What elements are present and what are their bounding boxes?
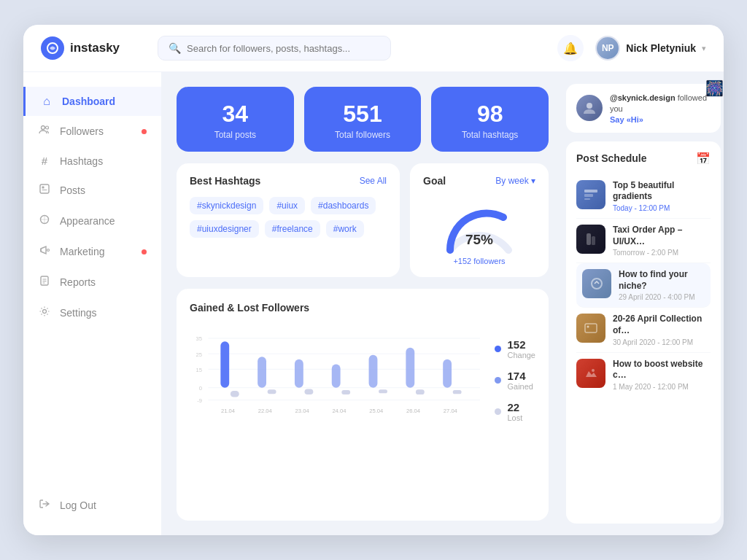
schedule-title: Post Schedule bbox=[576, 152, 646, 164]
svg-rect-27 bbox=[305, 389, 314, 395]
sidebar-item-posts[interactable]: Posts bbox=[23, 175, 161, 206]
svg-rect-44 bbox=[584, 198, 590, 200]
chip-uiuxdesigner[interactable]: #uiuxdesigner bbox=[190, 220, 259, 238]
chevron-down-icon: ▾ bbox=[702, 44, 706, 53]
svg-point-41 bbox=[587, 103, 592, 109]
svg-rect-30 bbox=[341, 390, 350, 394]
schedule-time-4: 30 April 2020 - 12:00 PM bbox=[613, 338, 711, 346]
svg-text:0: 0 bbox=[199, 385, 202, 392]
gauge-center: 75% bbox=[465, 232, 493, 248]
header: instasky 🔍 🔔 NP Nick Pletyniuk ▾ bbox=[23, 25, 724, 72]
svg-text:27.04: 27.04 bbox=[444, 408, 458, 414]
gauge-wrapper: 75% bbox=[439, 195, 519, 254]
search-input[interactable] bbox=[187, 43, 380, 54]
sidebar-item-reports[interactable]: Reports bbox=[23, 267, 161, 298]
sidebar-item-hashtags[interactable]: # Hashtags bbox=[23, 147, 161, 175]
schedule-item-3[interactable]: How to find your niche? 29 April 2020 - … bbox=[576, 263, 711, 308]
chart-svg: 35 25 15 0 -9 21.04 22.04 bbox=[190, 324, 486, 433]
sidebar-label-hashtags: Hashtags bbox=[60, 155, 103, 167]
chip-freelance[interactable]: #freelance bbox=[265, 220, 320, 238]
svg-point-7 bbox=[47, 249, 50, 252]
schedule-thumb-2 bbox=[576, 225, 605, 254]
schedule-info-1: Top 5 beautiful gradients Today - 12:00 … bbox=[613, 180, 711, 212]
schedule-info-4: 20-26 April Collection of… 30 April 2020… bbox=[613, 314, 711, 346]
sidebar-label-followers: Followers bbox=[60, 125, 104, 137]
calendar-icon[interactable]: 📅 bbox=[696, 152, 711, 166]
hashtag-row-2: #uiuxdesigner #freelance #work bbox=[190, 220, 387, 238]
total-posts-value: 34 bbox=[191, 101, 279, 127]
sidebar-item-dashboard[interactable]: ⌂ Dashboard bbox=[23, 87, 161, 116]
legend-lost-info: 22 Lost bbox=[507, 401, 522, 422]
chip-work[interactable]: #work bbox=[326, 220, 364, 238]
gauge-sub: +152 followers bbox=[453, 257, 505, 265]
bell-icon: 🔔 bbox=[563, 42, 578, 55]
notif-cta[interactable]: Say «Hi» bbox=[610, 115, 711, 124]
see-all-button[interactable]: See All bbox=[360, 176, 387, 186]
legend-change: 152 Change bbox=[495, 338, 535, 359]
sidebar-item-logout[interactable]: Log Out bbox=[23, 490, 161, 521]
schedule-item-5[interactable]: How to boost website c… 1 May 2020 - 12:… bbox=[576, 353, 711, 397]
schedule-list: Top 5 beautiful gradients Today - 12:00 … bbox=[576, 174, 711, 397]
legend-lost-label: Lost bbox=[507, 413, 522, 422]
right-panel: @skynick.design followed you Say «Hi» 🎆 … bbox=[563, 72, 724, 535]
logo-icon bbox=[41, 36, 64, 60]
hashtags-header: Best Hashtags See All bbox=[190, 175, 387, 187]
sidebar-item-appearance[interactable]: Appearance bbox=[23, 206, 161, 236]
svg-rect-35 bbox=[406, 348, 414, 388]
svg-text:23.04: 23.04 bbox=[295, 408, 310, 414]
goal-header: Goal By week ▾ bbox=[423, 175, 535, 187]
svg-rect-5 bbox=[42, 190, 47, 190]
svg-text:26.04: 26.04 bbox=[406, 408, 421, 414]
legend-change-label: Change bbox=[507, 351, 535, 359]
legend-gained-label: Gained bbox=[507, 382, 533, 391]
chip-skynickdesign[interactable]: #skynickdesign bbox=[190, 197, 263, 214]
hashtags-icon: # bbox=[38, 155, 51, 167]
schedule-item-2[interactable]: Taxi Order App – UI/UX… Tomorrow - 2:00 … bbox=[576, 219, 711, 263]
schedule-item-1[interactable]: Top 5 beautiful gradients Today - 12:00 … bbox=[576, 174, 711, 219]
schedule-name-2: Taxi Order App – UI/UX… bbox=[613, 225, 711, 247]
sidebar-label-settings: Settings bbox=[60, 307, 97, 319]
total-followers-label: Total followers bbox=[319, 130, 407, 140]
svg-text:25: 25 bbox=[196, 351, 201, 358]
chart-title: Gained & Lost Followers bbox=[190, 302, 535, 314]
firework-icon: 🎆 bbox=[705, 79, 724, 97]
search-bar[interactable]: 🔍 bbox=[158, 36, 391, 61]
legend-lost-dot bbox=[495, 408, 501, 415]
svg-rect-20 bbox=[220, 341, 229, 388]
total-followers-value: 551 bbox=[319, 101, 407, 127]
legend-gained-dot bbox=[495, 377, 501, 384]
svg-point-47 bbox=[592, 279, 602, 289]
legend-lost-value: 22 bbox=[507, 401, 522, 413]
stat-card-followers: 551 Total followers bbox=[304, 87, 422, 152]
chart-bars: 35 25 15 0 -9 21.04 22.04 bbox=[190, 324, 486, 436]
schedule-thumb-1 bbox=[576, 180, 605, 209]
by-week-button[interactable]: By week ▾ bbox=[495, 176, 535, 186]
notification-button[interactable]: 🔔 bbox=[557, 35, 584, 61]
stats-row: 34 Total posts 551 Total followers 98 To… bbox=[177, 87, 549, 152]
sidebar-bottom: Log Out bbox=[23, 490, 161, 521]
chip-dashboards[interactable]: #dashboards bbox=[311, 197, 376, 214]
svg-rect-24 bbox=[268, 389, 276, 394]
sidebar-label-reports: Reports bbox=[60, 276, 96, 288]
avatar: NP bbox=[595, 36, 620, 61]
schedule-info-5: How to boost website c… 1 May 2020 - 12:… bbox=[613, 359, 711, 391]
marketing-icon bbox=[38, 244, 51, 259]
svg-rect-21 bbox=[231, 391, 239, 397]
legend-change-value: 152 bbox=[507, 338, 535, 351]
chart-legend: 152 Change 174 Gained bbox=[495, 324, 535, 436]
schedule-info-3: How to find your niche? 29 April 2020 - … bbox=[619, 269, 705, 301]
schedule-card: Post Schedule 📅 Top 5 beau bbox=[566, 141, 721, 524]
total-hashtags-value: 98 bbox=[446, 101, 534, 127]
svg-point-9 bbox=[43, 310, 47, 314]
sidebar-label-marketing: Marketing bbox=[60, 246, 104, 257]
svg-rect-43 bbox=[584, 194, 593, 197]
chip-uiux[interactable]: #uiux bbox=[269, 197, 305, 214]
sidebar-item-followers[interactable]: Followers bbox=[23, 116, 161, 147]
schedule-name-4: 20-26 April Collection of… bbox=[613, 314, 711, 336]
sidebar-item-settings[interactable]: Settings bbox=[23, 298, 161, 328]
sidebar-item-marketing[interactable]: Marketing bbox=[23, 236, 161, 267]
user-info[interactable]: NP Nick Pletyniuk ▾ bbox=[595, 36, 706, 61]
schedule-item-4[interactable]: 20-26 April Collection of… 30 April 2020… bbox=[576, 308, 711, 352]
svg-rect-26 bbox=[295, 359, 303, 388]
svg-rect-45 bbox=[587, 233, 591, 245]
